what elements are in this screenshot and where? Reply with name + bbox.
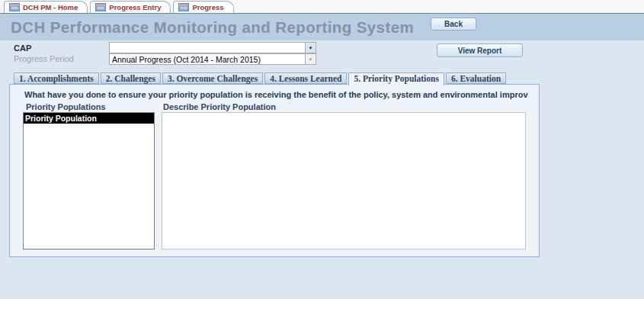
priority-populations-listbox[interactable]: Priority Population xyxy=(23,112,155,249)
describe-priority-population-textarea[interactable] xyxy=(162,112,526,249)
doc-tab-progress-entry[interactable]: Progress Entry xyxy=(90,1,171,13)
cap-combobox[interactable]: ▼ xyxy=(109,42,316,53)
tab-accomplishments[interactable]: 1. Accomplishments xyxy=(14,72,99,84)
header-band: DCH Performance Monitoring and Reporting… xyxy=(0,13,644,40)
progress-period-label: Progress Period xyxy=(14,54,74,63)
tab-priority-populations[interactable]: 5. Priority Populations xyxy=(348,72,444,85)
tab-overcome-challenges[interactable]: 3. Overcome Challenges xyxy=(162,72,263,84)
priority-population-question: What have you done to ensure your priori… xyxy=(24,90,537,99)
bottom-white-strip xyxy=(0,299,644,309)
form-icon xyxy=(95,3,106,11)
priority-populations-panel: What have you done to ensure your priori… xyxy=(9,84,540,257)
progress-period-combobox: Annual Progress (Oct 2014 - March 2015) … xyxy=(109,53,316,65)
page-title: DCH Performance Monitoring and Reporting… xyxy=(11,18,414,37)
cap-label: CAP xyxy=(14,43,31,53)
form-icon xyxy=(9,3,20,11)
back-button[interactable]: Back xyxy=(431,18,476,31)
tab-lessons-learned[interactable]: 4. Lessons Learned xyxy=(264,72,347,84)
doc-tab-dch-pm-home[interactable]: DCH PM - Home xyxy=(4,1,88,13)
tab-challenges[interactable]: 2. Challenges xyxy=(101,72,161,84)
document-tab-bar: DCH PM - Home Progress Entry Progress xyxy=(0,0,644,13)
describe-priority-population-label: Describe Priority Population xyxy=(163,102,276,111)
cap-combobox-value[interactable] xyxy=(110,43,305,53)
view-report-button[interactable]: View Report xyxy=(437,43,523,57)
doc-tab-progress[interactable]: Progress xyxy=(173,1,233,13)
cap-dropdown-arrow-icon[interactable]: ▼ xyxy=(305,43,316,53)
progress-period-value: Annual Progress (Oct 2014 - March 2015) xyxy=(110,54,305,64)
doc-tab-label: Progress xyxy=(192,3,223,11)
section-tab-strip: 1. Accomplishments 2. Challenges 3. Over… xyxy=(14,72,508,85)
doc-tab-label: DCH PM - Home xyxy=(23,3,78,11)
list-item-priority-population[interactable]: Priority Population xyxy=(24,113,154,124)
form-icon xyxy=(178,3,189,11)
doc-tab-label: Progress Entry xyxy=(109,3,161,11)
progress-period-dropdown-arrow-icon: ▼ xyxy=(305,54,316,64)
priority-populations-list-label: Priority Populations xyxy=(26,102,106,111)
tab-evaluation[interactable]: 6. Evaluation xyxy=(446,72,506,84)
